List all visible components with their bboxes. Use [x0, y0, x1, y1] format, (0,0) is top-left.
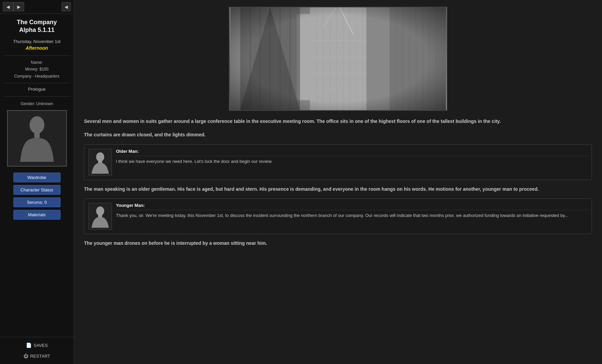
character-info: Name: Money: $100 Company - Headquarters — [0, 57, 74, 82]
serums-button[interactable]: Serums: 0 — [13, 197, 61, 207]
older-man-avatar — [88, 149, 112, 176]
saves-label: SAVES — [34, 343, 48, 348]
younger-man-text: Thank you, sir. We're meeting today, thi… — [116, 212, 588, 219]
divider-2 — [3, 83, 70, 83]
restart-button[interactable]: ⏻ RESTART — [0, 351, 74, 361]
silhouette-icon — [17, 115, 57, 162]
saves-button[interactable]: 📄 SAVES — [0, 340, 74, 351]
back-button[interactable]: ◀ — [3, 2, 13, 11]
location-label: Company - Headquarters — [14, 74, 59, 79]
name-label: Name: — [31, 60, 43, 65]
divider-1 — [3, 55, 70, 56]
older-man-name: Older Man: — [116, 149, 588, 156]
dialogue-box-1: Older Man: I think we have everyone we n… — [84, 144, 592, 180]
narrative-3: The man speaking is an older gentleman. … — [84, 185, 592, 193]
narrative-1: Several men and women in suits gather ar… — [84, 118, 592, 126]
scene-image — [229, 7, 447, 111]
svg-rect-36 — [230, 7, 446, 110]
avatar-container — [0, 107, 74, 169]
svg-point-39 — [96, 207, 104, 216]
sidebar-bottom: 📄 SAVES ⏻ RESTART — [0, 337, 74, 364]
narrative-4: The younger man drones on before he is i… — [84, 239, 592, 247]
chapter-label: Prologue — [0, 85, 74, 95]
materials-button[interactable]: Materials — [13, 210, 61, 220]
dialogue-2-content: Younger Man: Thank you, sir. We're meeti… — [116, 203, 588, 219]
sidebar: ◀ ▶ ◀ The Company Alpha 5.1.11 Thursday,… — [0, 0, 74, 364]
narrative-2: The curtains are drawn closed, and the l… — [84, 131, 592, 139]
dialogue-box-2: Younger Man: Thank you, sir. We're meeti… — [84, 198, 592, 234]
saves-icon: 📄 — [26, 343, 32, 348]
gender-label: Gender: Unknown — [0, 100, 74, 107]
main-content: Several men and women in suits gather ar… — [74, 0, 602, 364]
sidebar-buttons: Wardrobe Character Status Serums: 0 Mate… — [0, 169, 74, 223]
character-status-button[interactable]: Character Status — [13, 185, 61, 195]
younger-man-silhouette — [90, 204, 110, 228]
restart-icon: ⏻ — [24, 353, 28, 359]
older-man-silhouette — [90, 150, 110, 174]
svg-point-37 — [96, 152, 104, 161]
restart-label: RESTART — [30, 354, 50, 359]
forward-button[interactable]: ▶ — [13, 2, 24, 11]
younger-man-name: Younger Man: — [116, 203, 588, 210]
sidebar-nav: ◀ ▶ ◀ — [0, 0, 74, 14]
divider-3 — [3, 96, 70, 97]
character-avatar — [7, 110, 67, 167]
wardrobe-button[interactable]: Wardrobe — [13, 173, 61, 182]
svg-rect-1 — [34, 133, 40, 138]
collapse-button[interactable]: ◀ — [62, 2, 71, 11]
game-time: Afternoon — [0, 45, 74, 54]
game-title: The Company Alpha 5.1.11 — [0, 14, 74, 36]
svg-point-0 — [30, 116, 44, 134]
money-label: Money: $100 — [25, 67, 48, 72]
dialogue-1-content: Older Man: I think we have everyone we n… — [116, 149, 588, 165]
younger-man-avatar — [88, 203, 112, 230]
older-man-text: I think we have everyone we need here. L… — [116, 158, 588, 165]
game-date: Thursday, November 1st — [0, 36, 74, 45]
